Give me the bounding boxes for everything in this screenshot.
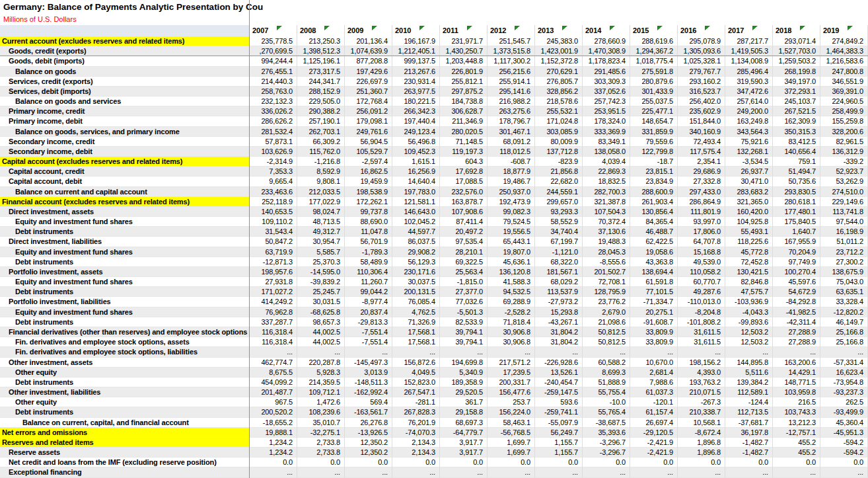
row-label[interactable]: Balance on current and capital account: [0, 187, 250, 197]
cell[interactable]: -29,813.3: [345, 317, 392, 327]
row-label[interactable]: Debt instruments: [0, 287, 250, 297]
cell[interactable]: 61,157.4: [630, 407, 678, 417]
cell[interactable]: -823.9: [535, 157, 583, 167]
cell[interactable]: 0.0: [630, 458, 678, 467]
cell[interactable]: 1,025,328.1: [678, 56, 725, 66]
cell[interactable]: 3,013.9: [345, 368, 392, 378]
cell[interactable]: 2,679.0: [583, 307, 630, 317]
cell[interactable]: -1,789.3: [345, 247, 392, 257]
cell[interactable]: -12,871.3: [250, 257, 297, 267]
year-header-cell[interactable]: 2018: [773, 25, 820, 36]
cell[interactable]: 111,801.9: [678, 207, 725, 217]
year-header-cell[interactable]: 2012: [488, 25, 535, 36]
cell[interactable]: 31,611.5: [678, 327, 725, 337]
cell[interactable]: 247,800.8: [820, 67, 868, 77]
row-label[interactable]: Other equity: [0, 397, 250, 407]
cell[interactable]: ...: [440, 467, 488, 477]
row-label[interactable]: Services, debit (imports): [0, 87, 250, 97]
cell[interactable]: -41,982.5: [773, 307, 820, 317]
cell[interactable]: 11,047.8: [345, 227, 392, 237]
cell[interactable]: -2,421.9: [630, 448, 678, 458]
cell[interactable]: 200,520.2: [250, 407, 297, 417]
cell[interactable]: 138,694.4: [630, 267, 678, 277]
cell[interactable]: 328,200.6: [820, 127, 868, 137]
cell[interactable]: 276,455.1: [250, 67, 297, 77]
cell[interactable]: 263,275.6: [488, 106, 535, 116]
cell[interactable]: 27,931.8: [250, 277, 297, 287]
cell[interactable]: 172,768.4: [345, 97, 392, 106]
cell[interactable]: 274,849.2: [820, 36, 868, 46]
cell[interactable]: 280,020.5: [440, 127, 488, 137]
cell[interactable]: 569.4: [345, 397, 392, 407]
cell[interactable]: 261,903.4: [630, 197, 678, 207]
cell[interactable]: 67,199.7: [535, 237, 583, 247]
cell[interactable]: 70,372.4: [583, 217, 630, 227]
cell[interactable]: 189,358.9: [440, 378, 488, 387]
year-header-cell[interactable]: 2008: [297, 25, 345, 36]
cell[interactable]: 16,256.9: [392, 167, 440, 177]
cell[interactable]: 1,699.7: [488, 448, 535, 458]
cell[interactable]: 306,628.7: [440, 106, 488, 116]
cell[interactable]: 0.0: [297, 458, 345, 467]
cell[interactable]: 275,591.8: [630, 67, 678, 77]
cell[interactable]: 61,037.3: [630, 387, 678, 397]
cell[interactable]: 328,856.2: [535, 87, 583, 97]
cell[interactable]: 31,611.5: [678, 337, 725, 347]
cell[interactable]: ...: [297, 467, 345, 477]
cell[interactable]: 107,908.6: [440, 207, 488, 217]
cell[interactable]: 293,160.2: [678, 77, 725, 87]
cell[interactable]: 50,812.5: [583, 337, 630, 347]
cell[interactable]: 303,309.3: [583, 77, 630, 87]
cell[interactable]: ...: [345, 467, 392, 477]
cell[interactable]: 232,576.0: [440, 187, 488, 197]
cell[interactable]: 321,365.0: [725, 197, 773, 207]
cell[interactable]: 1,216,583.6: [820, 56, 868, 66]
cell[interactable]: 321,387.8: [583, 197, 630, 207]
cell[interactable]: 19,556.5: [488, 227, 535, 237]
cell[interactable]: 255,532.1: [535, 106, 583, 116]
cell[interactable]: 19,058.6: [630, 247, 678, 257]
cell[interactable]: -145,497.3: [345, 358, 392, 368]
row-label[interactable]: Current account (excludes reserves and r…: [0, 36, 250, 46]
cell[interactable]: 30,037.5: [392, 277, 440, 287]
cell[interactable]: 5,585.7: [297, 247, 345, 257]
cell[interactable]: 197,440.4: [392, 116, 440, 126]
cell[interactable]: 27,288.9: [773, 337, 820, 347]
cell[interactable]: -93,237.3: [820, 387, 868, 397]
cell[interactable]: 233,463.6: [250, 187, 297, 197]
cell[interactable]: 1,640.7: [773, 227, 820, 237]
cell[interactable]: 178,796.7: [488, 116, 535, 126]
row-label[interactable]: Goods, debit (imports): [0, 56, 250, 66]
cell[interactable]: 235,778.5: [250, 36, 297, 46]
row-label[interactable]: Primary income, credit: [0, 106, 250, 116]
cell[interactable]: 63,719.9: [250, 247, 297, 257]
cell[interactable]: 109,452.3: [392, 147, 440, 157]
cell[interactable]: 230,931.4: [392, 77, 440, 87]
cell[interactable]: -608.7: [488, 157, 535, 167]
cell[interactable]: 56,129.3: [392, 257, 440, 267]
cell[interactable]: 99,044.2: [345, 287, 392, 297]
cell[interactable]: 56,496.8: [392, 137, 440, 147]
cell[interactable]: 249,123.4: [392, 127, 440, 137]
cell[interactable]: 9,665.4: [250, 177, 297, 186]
cell[interactable]: 27,377.0: [440, 287, 488, 297]
cell[interactable]: 103,959.8: [773, 387, 820, 397]
cell[interactable]: 19,459.9: [345, 177, 392, 186]
row-label[interactable]: Direct investment, assets: [0, 207, 250, 217]
cell[interactable]: 7,988.6: [630, 378, 678, 387]
cell[interactable]: 257,614.0: [725, 97, 773, 106]
cell[interactable]: 23,815.1: [630, 167, 678, 177]
cell[interactable]: 214,440.3: [250, 77, 297, 87]
cell[interactable]: 51,011.2: [820, 237, 868, 247]
cell[interactable]: 1,134,008.9: [725, 56, 773, 66]
cell[interactable]: 113,537.9: [535, 287, 583, 297]
row-label[interactable]: Equity and investment fund shares: [0, 247, 250, 257]
cell[interactable]: 244,341.7: [297, 77, 345, 87]
cell[interactable]: 15,293.8: [535, 307, 583, 317]
cell[interactable]: -1,216.8: [297, 157, 345, 167]
row-label[interactable]: Net credit and loans from the IMF (exclu…: [0, 458, 250, 467]
cell[interactable]: 276,805.7: [535, 77, 583, 87]
cell[interactable]: 58,463.1: [488, 418, 535, 428]
cell[interactable]: 116,318.4: [250, 327, 297, 337]
cell[interactable]: -259,741.1: [535, 407, 583, 417]
